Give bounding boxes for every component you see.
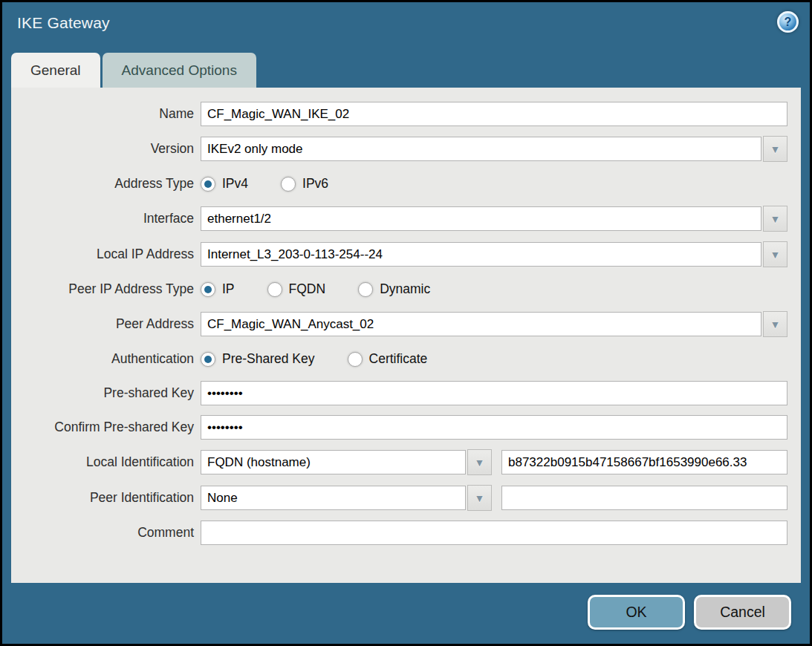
peer-identification-type-select: ▼ — [201, 485, 492, 511]
auth-certificate-label: Certificate — [369, 351, 428, 367]
version-select: ▼ — [201, 136, 787, 162]
authentication-label: Authentication — [11, 351, 201, 367]
tab-bar: General Advanced Options — [2, 50, 810, 88]
auth-certificate-option[interactable]: Certificate — [348, 351, 428, 367]
help-icon[interactable]: ? — [777, 11, 799, 33]
interface-label: Interface — [11, 211, 201, 226]
dialog-titlebar: IKE Gateway ? — [2, 2, 810, 50]
local-ip-address-select: ▼ — [201, 241, 787, 267]
radio-button-icon[interactable] — [348, 352, 363, 367]
peer-address-value-input[interactable] — [201, 312, 761, 336]
local-ip-address-value-input[interactable] — [201, 242, 761, 267]
local-identification-type-select: ▼ — [201, 449, 492, 475]
address-type-ipv6-option[interactable]: IPv6 — [281, 176, 328, 192]
interface-dropdown-button[interactable]: ▼ — [763, 206, 787, 232]
radio-button-icon[interactable] — [358, 282, 373, 297]
peer-address-dropdown-button[interactable]: ▼ — [763, 311, 787, 337]
peer-ip-type-fqdn-option[interactable]: FQDN — [267, 281, 326, 297]
peer-address-select: ▼ — [201, 311, 787, 337]
confirm-pre-shared-key-label: Confirm Pre-shared Key — [11, 420, 201, 435]
comment-row: Comment — [11, 521, 787, 545]
radio-button-icon[interactable] — [201, 282, 215, 297]
local-identification-value-input[interactable] — [501, 450, 787, 474]
peer-ip-type-fqdn-label: FQDN — [289, 281, 326, 297]
peer-address-row: Peer Address ▼ — [11, 311, 787, 337]
local-identification-type-input[interactable] — [201, 450, 466, 474]
radio-button-icon[interactable] — [281, 177, 296, 192]
local-identification-dropdown-button[interactable]: ▼ — [467, 449, 492, 475]
chevron-down-icon: ▼ — [770, 214, 781, 224]
local-identification-label: Local Identification — [11, 454, 201, 470]
local-identification-row: Local Identification ▼ — [11, 449, 787, 475]
comment-label: Comment — [11, 525, 201, 541]
name-input[interactable] — [201, 102, 787, 126]
local-ip-address-label: Local IP Address — [11, 247, 201, 262]
version-label: Version — [11, 141, 201, 157]
auth-pre-shared-key-label: Pre-Shared Key — [222, 351, 315, 367]
peer-identification-value-input[interactable] — [501, 486, 787, 510]
chevron-down-icon: ▼ — [770, 319, 781, 330]
name-row: Name — [11, 102, 787, 126]
interface-select: ▼ — [201, 206, 787, 232]
peer-ip-type-dynamic-option[interactable]: Dynamic — [358, 281, 430, 297]
general-tab-panel: Name Version ▼ Address Type — [11, 88, 801, 583]
name-label: Name — [11, 106, 201, 122]
address-type-row: Address Type IPv4 IPv6 — [11, 172, 787, 196]
address-type-ipv4-option[interactable]: IPv4 — [201, 176, 248, 192]
peer-identification-row: Peer Identification ▼ — [11, 485, 787, 511]
radio-button-icon[interactable] — [201, 177, 215, 192]
interface-value-input[interactable] — [201, 206, 761, 231]
chevron-down-icon: ▼ — [770, 144, 781, 154]
radio-button-icon[interactable] — [267, 282, 282, 297]
peer-ip-type-ip-option[interactable]: IP — [201, 281, 235, 297]
chevron-down-icon: ▼ — [475, 493, 485, 503]
pre-shared-key-row: Pre-shared Key — [11, 381, 787, 405]
dialog-title: IKE Gateway — [17, 14, 110, 32]
version-value-input[interactable] — [201, 137, 761, 161]
version-dropdown-button[interactable]: ▼ — [763, 136, 787, 162]
tab-advanced-options[interactable]: Advanced Options — [103, 53, 256, 88]
auth-pre-shared-key-option[interactable]: Pre-Shared Key — [201, 351, 315, 367]
ike-gateway-dialog: IKE Gateway ? General Advanced Options N… — [0, 0, 812, 646]
interface-row: Interface ▼ — [11, 206, 787, 232]
address-type-ipv6-label: IPv6 — [302, 176, 328, 192]
confirm-pre-shared-key-row: Confirm Pre-shared Key — [11, 415, 787, 440]
address-type-ipv4-label: IPv4 — [222, 176, 248, 192]
ok-button[interactable]: OK — [588, 595, 685, 630]
peer-ip-address-type-label: Peer IP Address Type — [11, 281, 201, 297]
local-ip-address-row: Local IP Address ▼ — [11, 241, 787, 267]
chevron-down-icon: ▼ — [475, 457, 485, 468]
local-ip-address-dropdown-button[interactable]: ▼ — [763, 241, 787, 267]
cancel-button[interactable]: Cancel — [694, 595, 791, 630]
version-row: Version ▼ — [11, 136, 787, 162]
peer-ip-address-type-row: Peer IP Address Type IP FQDN Dynamic — [11, 277, 787, 301]
peer-identification-label: Peer Identification — [11, 490, 201, 506]
peer-address-label: Peer Address — [11, 316, 201, 332]
address-type-label: Address Type — [11, 176, 201, 192]
tab-general[interactable]: General — [11, 53, 100, 88]
authentication-row: Authentication Pre-Shared Key Certificat… — [11, 347, 787, 371]
peer-identification-dropdown-button[interactable]: ▼ — [467, 485, 492, 511]
pre-shared-key-input[interactable] — [201, 381, 787, 405]
radio-button-icon[interactable] — [201, 352, 215, 367]
comment-input[interactable] — [201, 521, 787, 545]
peer-identification-type-input[interactable] — [201, 486, 466, 510]
confirm-pre-shared-key-input[interactable] — [201, 415, 787, 440]
pre-shared-key-label: Pre-shared Key — [11, 385, 201, 401]
dialog-footer: OK Cancel — [2, 583, 810, 630]
chevron-down-icon: ▼ — [770, 249, 781, 260]
peer-ip-type-dynamic-label: Dynamic — [380, 281, 430, 297]
peer-ip-type-ip-label: IP — [222, 281, 235, 297]
